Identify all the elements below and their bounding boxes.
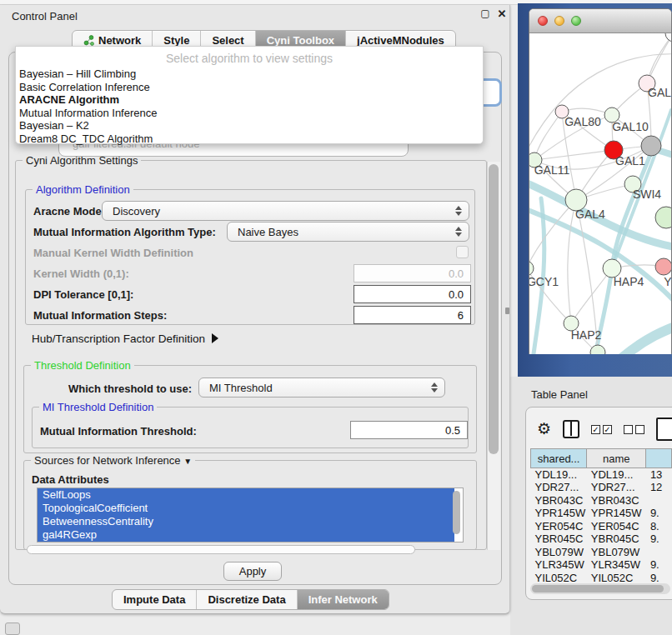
network-node-gcy1[interactable] bbox=[529, 261, 534, 276]
sources-title[interactable]: Sources for Network Inference ▼ bbox=[31, 454, 195, 467]
column-header-name[interactable]: name bbox=[587, 449, 646, 468]
table-cell[interactable]: YPR145W bbox=[531, 507, 587, 520]
deselect-columns-icon[interactable] bbox=[624, 425, 644, 434]
algorithm-option[interactable]: Bayesian – K2 bbox=[16, 119, 483, 132]
mi-threshold-input[interactable] bbox=[350, 421, 468, 439]
settings-horizontal-scrollbar[interactable] bbox=[27, 545, 415, 554]
panel-splitter-grip[interactable] bbox=[505, 308, 509, 314]
manual-kernel-width-checkbox[interactable] bbox=[456, 246, 469, 258]
aracne-mode-label: Aracne Mode: bbox=[33, 205, 105, 218]
network-node-label: GAL4 bbox=[575, 208, 605, 221]
tab-discretize-data[interactable]: Discretize Data bbox=[196, 590, 296, 609]
network-edge-thick[interactable] bbox=[619, 322, 671, 354]
table-cell[interactable]: YDL19... bbox=[587, 468, 646, 482]
network-node-y[interactable] bbox=[655, 258, 671, 275]
data-attribute-item[interactable]: SelfLoops bbox=[38, 488, 454, 502]
mi-algorithm-type-label: Mutual Information Algorithm Type: bbox=[33, 226, 216, 238]
column-header-shared-name[interactable]: shared... bbox=[531, 449, 587, 468]
table-cell[interactable]: YBR045C bbox=[531, 532, 587, 546]
dpi-tolerance-input[interactable] bbox=[354, 285, 471, 303]
table-cell[interactable] bbox=[646, 546, 672, 559]
table-row[interactable]: YER054CYER054C8. bbox=[531, 520, 672, 533]
table-cell[interactable]: 13 bbox=[646, 468, 672, 482]
table-cell[interactable]: YER054C bbox=[531, 520, 587, 533]
table-cell[interactable]: 12 bbox=[646, 481, 672, 494]
mi-threshold-label: Mutual Information Threshold: bbox=[40, 425, 197, 438]
network-window-titlebar[interactable] bbox=[529, 9, 671, 33]
tab-network-label: Network bbox=[98, 34, 141, 47]
close-panel-icon[interactable]: ✕ bbox=[495, 7, 509, 20]
network-canvas[interactable]: GAL7GAL80GAL10GAL1GAL11SWI4GAL4GCY1HAP4Y… bbox=[529, 33, 671, 354]
network-node[interactable] bbox=[641, 136, 661, 156]
select-columns-checked-icon[interactable]: ✓✓ bbox=[591, 425, 612, 434]
table-cell[interactable]: YER054C bbox=[587, 520, 646, 533]
network-node[interactable] bbox=[590, 345, 605, 354]
table-row[interactable]: YBL079WYBL079W bbox=[531, 546, 672, 559]
zoom-traffic-light-icon[interactable] bbox=[571, 16, 581, 26]
settings-scrollbar-thumb[interactable] bbox=[489, 164, 499, 454]
table-row[interactable]: YDL19...YDL19...13 bbox=[531, 468, 672, 482]
node-table[interactable]: shared... name YDL19...YDL19...13YDR27..… bbox=[530, 448, 672, 584]
tab-impute-data[interactable]: Impute Data bbox=[113, 590, 196, 609]
network-edge[interactable] bbox=[534, 112, 562, 160]
table-cell[interactable]: 8. bbox=[646, 520, 672, 533]
network-node[interactable] bbox=[655, 207, 671, 228]
table-horizontal-scrollbar-thumb[interactable] bbox=[532, 585, 664, 592]
collapse-arrow-icon[interactable]: ▼ bbox=[183, 457, 192, 466]
algorithm-option[interactable]: Mutual Information Inference bbox=[16, 107, 483, 120]
table-cell[interactable]: YPR145W bbox=[587, 507, 646, 520]
apply-button[interactable]: Apply bbox=[223, 562, 282, 581]
table-row[interactable]: YDR27...YDR27...12 bbox=[531, 481, 672, 494]
table-cell[interactable]: 9. bbox=[646, 558, 672, 572]
attributes-scrollbar-thumb[interactable] bbox=[453, 491, 460, 534]
bottom-corner-widget[interactable] bbox=[5, 622, 20, 635]
aracne-mode-combobox[interactable]: Discovery bbox=[102, 201, 469, 221]
table-cell[interactable]: YBL079W bbox=[587, 546, 646, 559]
table-cell[interactable]: YBR043C bbox=[587, 494, 646, 508]
table-cell[interactable]: YIL052C bbox=[587, 572, 646, 585]
table-row[interactable]: YLR345WYLR345W9. bbox=[531, 558, 672, 572]
table-row[interactable]: YIL052CYIL052C9. bbox=[531, 572, 672, 585]
table-cell[interactable]: YLR345W bbox=[587, 558, 646, 572]
expand-arrow-icon[interactable] bbox=[212, 333, 218, 343]
column-view-icon[interactable] bbox=[563, 420, 579, 438]
algorithm-option[interactable]: ARACNE Algorithm bbox=[16, 93, 483, 107]
table-cell[interactable]: YBR045C bbox=[587, 532, 646, 546]
algorithm-option[interactable]: Dream8 DC_TDC Algorithm bbox=[16, 132, 483, 146]
minimize-traffic-light-icon[interactable] bbox=[554, 16, 564, 26]
new-table-document-icon[interactable] bbox=[656, 418, 672, 441]
column-header-clipped[interactable] bbox=[646, 449, 672, 468]
data-attribute-item[interactable]: gal4RGexp bbox=[38, 528, 454, 542]
table-cell[interactable] bbox=[646, 494, 672, 508]
which-threshold-combobox[interactable]: MI Threshold bbox=[198, 378, 445, 398]
mi-steps-input[interactable] bbox=[354, 306, 471, 324]
table-cell[interactable]: 9. bbox=[646, 572, 672, 585]
table-cell[interactable]: 9. bbox=[646, 507, 672, 520]
hub-transcription-factor-section[interactable]: Hub/Transcription Factor Definition bbox=[32, 332, 218, 345]
table-row[interactable]: YBR043CYBR043C bbox=[531, 494, 672, 508]
network-edge[interactable] bbox=[529, 200, 576, 268]
table-cell[interactable]: YIL052C bbox=[531, 572, 587, 585]
data-attribute-item[interactable]: BetweennessCentrality bbox=[38, 515, 454, 528]
tab-infer-network[interactable]: Infer Network bbox=[297, 590, 389, 609]
table-toolbar: ⚙ ✓✓ bbox=[537, 417, 672, 442]
network-node-label: GAL80 bbox=[564, 115, 601, 128]
table-cell[interactable]: YDR27... bbox=[531, 481, 587, 494]
gear-icon[interactable]: ⚙ bbox=[537, 418, 551, 440]
table-row[interactable]: YPR145WYPR145W9. bbox=[531, 507, 672, 520]
table-cell[interactable]: YDL19... bbox=[531, 468, 587, 482]
table-cell[interactable]: YBL079W bbox=[531, 546, 587, 559]
mi-algorithm-type-combobox[interactable]: Naive Bayes bbox=[227, 222, 469, 242]
table-row[interactable]: YBR045CYBR045C9. bbox=[531, 532, 672, 546]
kernel-width-input[interactable] bbox=[354, 264, 471, 282]
close-traffic-light-icon[interactable] bbox=[538, 16, 548, 26]
data-attributes-list[interactable]: SelfLoopsTopologicalCoefficientBetweenne… bbox=[37, 488, 464, 542]
data-attribute-item[interactable]: TopologicalCoefficient bbox=[38, 502, 454, 515]
table-cell[interactable]: YLR345W bbox=[531, 558, 587, 572]
algorithm-option[interactable]: Basic Correlation Inference bbox=[16, 81, 483, 94]
table-cell[interactable]: YBR043C bbox=[531, 494, 587, 508]
float-panel-icon[interactable]: ▢ bbox=[479, 7, 492, 20]
table-cell[interactable]: 9. bbox=[646, 532, 672, 546]
table-cell[interactable]: YDR27... bbox=[587, 481, 646, 494]
algorithm-option[interactable]: Bayesian – Hill Climbing bbox=[16, 68, 483, 81]
